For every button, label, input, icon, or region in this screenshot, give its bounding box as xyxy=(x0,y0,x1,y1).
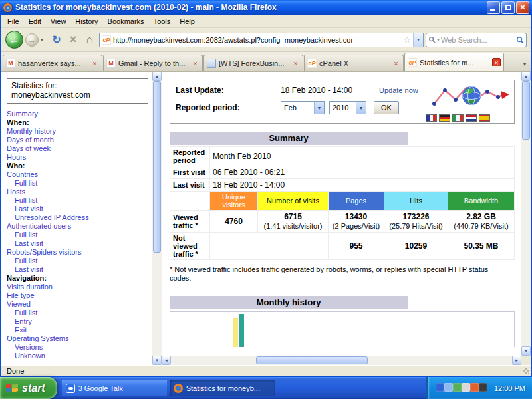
scroll-down-icon[interactable]: ▼ xyxy=(521,346,531,356)
messenger-tray-icon[interactable] xyxy=(444,383,453,392)
main-scrollbar-thumb[interactable] xyxy=(522,81,530,140)
tab-close-icon[interactable]: × xyxy=(291,59,300,68)
tab-close-icon[interactable]: × xyxy=(90,59,99,68)
resize-grip[interactable] xyxy=(523,368,529,374)
not-viewed-pages: 955 xyxy=(329,233,384,260)
chevron-down-icon[interactable]: ▼ xyxy=(356,102,366,114)
sidebar-item-last-visit[interactable]: Last visit xyxy=(7,239,148,248)
flag-france-icon[interactable] xyxy=(426,114,437,122)
sidebar-item-operating-systems[interactable]: Operating Systems xyxy=(7,334,148,343)
menu-file[interactable]: File xyxy=(3,16,24,27)
sidebar-item-days-of-month[interactable]: Days of month xyxy=(7,136,148,144)
google-talk-tray-icon[interactable] xyxy=(436,383,444,392)
taskbar-button-statistics-for-moneyb[interactable]: Statistics for moneyb... xyxy=(170,380,275,396)
menu-tools[interactable]: Tools xyxy=(149,16,176,27)
refresh-button[interactable]: ↻ xyxy=(49,33,64,46)
chevron-down-icon[interactable]: ▼ xyxy=(314,102,324,114)
sidebar-item-unknown[interactable]: Unknown xyxy=(7,352,148,360)
volume-tray-icon[interactable] xyxy=(462,383,470,392)
sidebar-item-full-list[interactable]: Full list xyxy=(7,257,148,265)
horizontal-scrollbar[interactable]: ◄ ► xyxy=(162,356,521,365)
sidebar-scrollbar[interactable]: ▲ ▼ xyxy=(152,72,162,365)
search-input[interactable]: Web Search... xyxy=(441,36,515,44)
update-tray-icon[interactable] xyxy=(453,383,462,392)
tab-close-icon[interactable]: × xyxy=(492,58,501,66)
sidebar-scrollbar-thumb[interactable] xyxy=(153,81,161,253)
sidebar-item-full-list[interactable]: Full list xyxy=(7,231,148,239)
url-dropdown-icon[interactable]: ▾ xyxy=(413,33,423,47)
menu-help[interactable]: Help xyxy=(175,16,200,27)
url-input[interactable]: http://moneybackinvest.com:2082/awstats.… xyxy=(113,36,401,44)
scroll-down-icon[interactable]: ▼ xyxy=(152,356,162,365)
horizontal-scrollbar-thumb[interactable] xyxy=(256,356,368,364)
sidebar-item-file-type[interactable]: File type xyxy=(7,291,148,300)
search-engine-icon[interactable] xyxy=(428,36,436,43)
windows-logo-icon xyxy=(5,382,19,394)
sidebar-item-last-visit[interactable]: Last visit xyxy=(7,205,148,213)
sidebar-item-authenticated-users[interactable]: Authenticated users xyxy=(7,222,148,231)
sidebar-item-countries[interactable]: Countries xyxy=(7,170,148,179)
tab-close-icon[interactable]: × xyxy=(392,59,400,68)
update-now-link[interactable]: Update now xyxy=(379,86,418,94)
stop-button[interactable]: × xyxy=(66,33,80,47)
tab-hasanvertex-says[interactable]: Mhasanvertex says...× xyxy=(3,55,102,71)
sidebar-item-summary[interactable]: Summary xyxy=(7,110,148,118)
taskbar-button-3-google-talk[interactable]: 3 Google Talk xyxy=(62,380,167,396)
sidebar-item-exit[interactable]: Exit xyxy=(7,326,148,334)
statistics-for-label: Statistics for: xyxy=(11,81,57,90)
tab-wts-forexbusin[interactable]: [WTS] ForexBusin...× xyxy=(203,55,303,71)
bookmark-star-icon[interactable]: ☆ xyxy=(403,35,411,45)
sidebar-item-days-of-week[interactable]: Days of week xyxy=(7,144,148,153)
menu-view[interactable]: View xyxy=(46,16,71,27)
maximize-button[interactable] xyxy=(501,1,515,14)
sidebar-item-hours[interactable]: Hours xyxy=(7,153,148,162)
menu-bookmarks[interactable]: Bookmarks xyxy=(103,16,149,27)
site-name: moneybackinvest.com xyxy=(11,90,144,100)
forward-button[interactable]: → xyxy=(25,33,39,47)
tab-statistics-for-m[interactable]: cPStatistics for m...× xyxy=(404,53,504,71)
sidebar-item-visits-duration[interactable]: Visits duration xyxy=(7,283,148,291)
sidebar-item-full-list[interactable]: Full list xyxy=(7,196,148,205)
search-box[interactable]: ▾ Web Search... xyxy=(426,33,527,47)
network-tray-icon[interactable] xyxy=(479,383,487,392)
back-button[interactable]: ← xyxy=(5,31,23,49)
sidebar-item-robots-spiders-visitors[interactable]: Robots/Spiders visitors xyxy=(7,248,148,257)
sidebar-item-unresolved-ip-address[interactable]: Unresolved IP Address xyxy=(7,213,148,222)
scroll-up-icon[interactable]: ▲ xyxy=(521,72,531,81)
sidebar-item-full-list[interactable]: Full list xyxy=(7,309,148,317)
ok-button[interactable]: OK xyxy=(374,101,399,114)
main-scrollbar[interactable]: ▲ ▼ xyxy=(521,72,531,356)
sidebar-item-entry[interactable]: Entry xyxy=(7,317,148,326)
tab-cpanel-x[interactable]: cPcPanel X× xyxy=(304,55,404,71)
sidebar-item-hosts[interactable]: Hosts xyxy=(7,188,148,196)
scroll-left-icon[interactable]: ◄ xyxy=(162,356,171,365)
year-select[interactable]: 2010▼ xyxy=(329,101,366,114)
sidebar-item-full-list[interactable]: Full list xyxy=(7,179,148,188)
security-tray-icon[interactable] xyxy=(470,383,479,392)
scroll-up-icon[interactable]: ▲ xyxy=(152,72,162,81)
url-bar[interactable]: cP http://moneybackinvest.com:2082/awsta… xyxy=(99,33,424,47)
menu-history[interactable]: History xyxy=(70,16,102,27)
close-button[interactable]: × xyxy=(516,1,529,14)
minimize-button[interactable] xyxy=(487,1,500,14)
sidebar-item-last-visit[interactable]: Last visit xyxy=(7,265,148,274)
flag-germany-icon[interactable] xyxy=(439,114,450,122)
tab-gmail-reply-to-th[interactable]: MGmail - Reply to th...× xyxy=(103,55,203,71)
tab-close-icon[interactable]: × xyxy=(191,59,200,68)
sidebar-item-versions[interactable]: Versions xyxy=(7,343,148,352)
start-button[interactable]: start xyxy=(0,377,57,399)
window-titlebar[interactable]: Statistics for moneybackinvest.com (2010… xyxy=(0,0,532,15)
scroll-right-icon[interactable]: ► xyxy=(512,356,521,365)
flag-netherlands-icon[interactable] xyxy=(466,114,477,122)
search-go-icon[interactable] xyxy=(516,36,524,44)
flag-italy-icon[interactable] xyxy=(452,114,464,122)
flag-spain-icon[interactable] xyxy=(479,114,490,122)
sidebar-item-viewed[interactable]: Viewed xyxy=(7,300,148,309)
search-engine-dropdown-icon[interactable]: ▾ xyxy=(437,37,440,43)
month-select[interactable]: Feb▼ xyxy=(281,101,325,114)
list-all-tabs-icon[interactable]: ▾ xyxy=(519,61,531,71)
history-dropdown-icon[interactable]: ▾ xyxy=(41,37,47,43)
menu-edit[interactable]: Edit xyxy=(24,16,46,27)
home-button[interactable]: ⌂ xyxy=(82,33,97,47)
sidebar-item-monthly-history[interactable]: Monthly history xyxy=(7,127,148,136)
